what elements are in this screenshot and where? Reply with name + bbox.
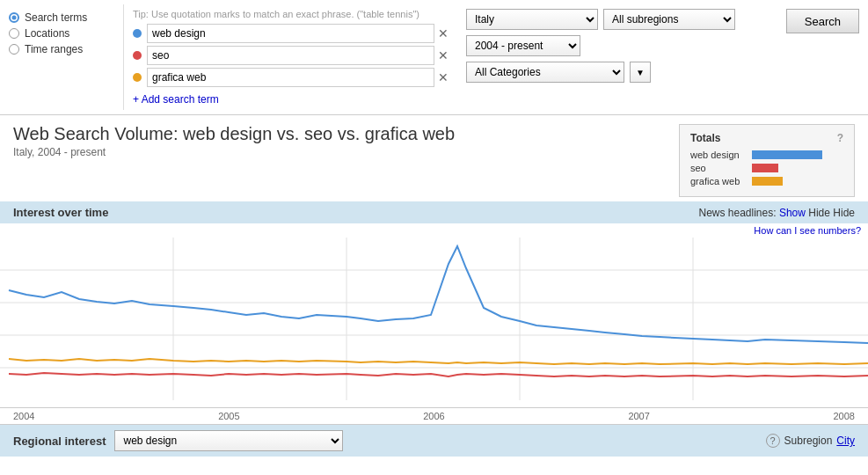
totals-help-icon[interactable]: ? bbox=[837, 132, 843, 144]
totals-row-grafica: grafica web bbox=[690, 176, 843, 186]
close-btn-3[interactable]: ✕ bbox=[438, 70, 449, 84]
dot-blue bbox=[133, 29, 142, 38]
date-select[interactable]: 2004 - present bbox=[466, 35, 580, 56]
nav-time-ranges[interactable]: Time ranges bbox=[9, 43, 114, 55]
regional-bar: Regional interest web design ? Subregion… bbox=[0, 425, 868, 457]
trend-chart bbox=[0, 238, 868, 400]
nav-time-ranges-label: Time ranges bbox=[25, 43, 83, 55]
radio-locations bbox=[9, 28, 19, 39]
subregion-select[interactable]: All subregions bbox=[603, 9, 735, 30]
year-2007: 2007 bbox=[628, 411, 649, 421]
search-inputs-area: Tip: Use quotation marks to match an exa… bbox=[123, 4, 457, 110]
news-hide-label: Hide bbox=[808, 207, 830, 219]
how-numbers-link[interactable]: How can I see numbers? bbox=[0, 223, 868, 238]
add-search-term-link[interactable]: Add search term bbox=[133, 93, 219, 106]
results-title: Web Search Volume: web design vs. seo vs… bbox=[13, 124, 455, 144]
category-select[interactable]: All Categories bbox=[466, 62, 624, 83]
regional-title: Regional interest bbox=[13, 435, 106, 448]
news-show-link[interactable]: Show bbox=[779, 207, 806, 219]
totals-bar-seo bbox=[752, 164, 778, 172]
year-2006: 2006 bbox=[423, 411, 444, 421]
city-link[interactable]: City bbox=[836, 435, 855, 447]
totals-row-seo: seo bbox=[690, 163, 843, 173]
search-row-2: ✕ bbox=[133, 46, 449, 65]
totals-box: Totals ? web design seo grafica web bbox=[679, 124, 855, 197]
nav-search-terms-label: Search terms bbox=[25, 11, 87, 24]
filter-row-country: Italy All subregions bbox=[466, 9, 769, 30]
totals-label-seo: seo bbox=[690, 163, 752, 173]
search-button[interactable]: Search bbox=[786, 9, 859, 33]
search-row-3: ✕ bbox=[133, 68, 449, 87]
news-hide-text: Hide bbox=[833, 207, 855, 219]
radio-time-ranges bbox=[9, 44, 19, 55]
interest-header: Interest over time News headlines: Show … bbox=[0, 201, 868, 223]
close-btn-2[interactable]: ✕ bbox=[438, 48, 449, 62]
dot-orange bbox=[133, 73, 142, 82]
year-2005: 2005 bbox=[218, 411, 239, 421]
filter-row-category: All Categories ▼ bbox=[466, 62, 769, 83]
tip-text: Tip: Use quotation marks to match an exa… bbox=[133, 9, 449, 19]
search-input-2[interactable] bbox=[147, 46, 434, 65]
totals-title: Totals ? bbox=[690, 132, 843, 144]
chart-area: How can I see numbers? bbox=[0, 223, 868, 408]
totals-row-web-design: web design bbox=[690, 150, 843, 160]
radio-search-terms bbox=[9, 12, 19, 23]
filter-row-date: 2004 - present bbox=[466, 35, 769, 56]
totals-bar-web-design bbox=[752, 150, 822, 159]
totals-bar-grafica bbox=[752, 177, 783, 186]
country-select[interactable]: Italy bbox=[466, 9, 598, 30]
nav-locations[interactable]: Locations bbox=[9, 27, 114, 40]
left-navigation: Search terms Locations Time ranges bbox=[0, 4, 123, 110]
results-header: Web Search Volume: web design vs. seo vs… bbox=[0, 115, 868, 201]
news-headline-area: News headlines: Show Hide Hide bbox=[699, 207, 856, 219]
dot-red bbox=[133, 51, 142, 60]
subregion-label: Subregion bbox=[784, 435, 833, 447]
nav-search-terms[interactable]: Search terms bbox=[9, 11, 114, 24]
close-btn-1[interactable]: ✕ bbox=[438, 26, 449, 40]
category-dropdown-btn[interactable]: ▼ bbox=[630, 62, 651, 83]
totals-label-grafica: grafica web bbox=[690, 176, 752, 186]
results-subtitle: Italy, 2004 - present bbox=[13, 146, 455, 158]
interest-title: Interest over time bbox=[13, 206, 108, 219]
right-filters: Italy All subregions 2004 - present All … bbox=[457, 4, 777, 110]
year-2004: 2004 bbox=[13, 411, 34, 421]
search-input-3[interactable] bbox=[147, 68, 434, 87]
search-btn-area: Search bbox=[777, 4, 868, 110]
regional-right: ? Subregion City bbox=[766, 434, 855, 448]
regional-help-icon: ? bbox=[766, 434, 780, 448]
search-input-1[interactable] bbox=[147, 24, 434, 43]
results-info: Web Search Volume: web design vs. seo vs… bbox=[13, 124, 455, 158]
totals-label-web-design: web design bbox=[690, 150, 752, 160]
year-2008: 2008 bbox=[834, 411, 855, 421]
regional-select[interactable]: web design bbox=[114, 430, 343, 451]
news-label: News headlines: bbox=[699, 207, 777, 219]
year-labels: 2004 2005 2006 2007 2008 bbox=[0, 408, 868, 425]
nav-locations-label: Locations bbox=[25, 27, 69, 40]
search-row-1: ✕ bbox=[133, 24, 449, 43]
